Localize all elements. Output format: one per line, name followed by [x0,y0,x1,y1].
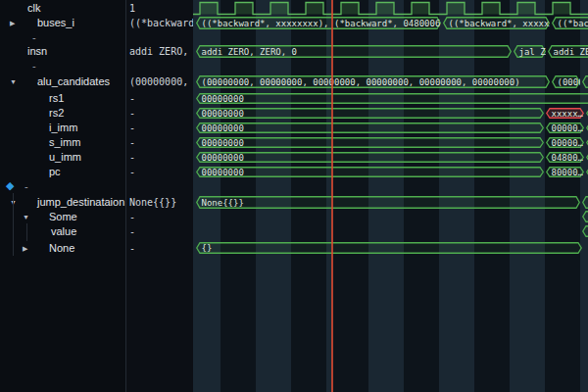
signal-row-spacer-2[interactable]: - [0,59,125,74]
signal-name-label: None [49,241,74,256]
signal-name-label: i_imm [49,121,77,135]
signal-name-label: pc [49,165,61,179]
signal-names-panel: clk▶buses_i-insn-▼alu_candidatesrs1rs2i_… [0,0,126,392]
wave-row-rs1[interactable]: 00000000 [197,94,588,104]
wave-row-insn[interactable]: addi ZERO, ZERO, 0jal Z…addi ZER… [197,46,588,58]
signal-name-label: s_imm [49,135,80,150]
svg-text:((*backw…: ((*backw… [558,19,588,28]
svg-text:((*backward*, xxxxxxxx), (*bac: ((*backward*, xxxxxxxx), (*backward*, 04… [202,19,452,28]
signal-value-s_imm: - [129,135,193,150]
svg-text:00000000: 00000000 [202,138,244,148]
svg-text:{}: {} [202,243,213,253]
signal-name-label: - [24,179,28,194]
expand-arrow-icon[interactable]: ▶ [10,16,15,30]
wave-row-clk[interactable] [193,3,588,15]
signal-name-label: Some [49,210,77,224]
bus-segment: 00000000 [197,109,544,119]
signal-row-Some[interactable]: ▼Some [0,210,125,224]
signal-name-label: alu_candidates [37,74,110,89]
signal-name-label: rs2 [49,106,64,121]
bus-segment: 00000… [547,123,584,133]
bus-segment: 04800… [547,153,584,163]
signal-value-value: - [129,224,193,239]
wave-row-i_imm[interactable]: 0000000000000… [197,123,588,133]
waveform-svg[interactable]: ((*backward*, xxxxxxxx), (*backward*, 04… [193,0,588,392]
wave-row-buses_i[interactable]: ((*backward*, xxxxxxxx), (*backward*, 04… [197,18,588,29]
signal-row-alu_candidates[interactable]: ▼alu_candidates [0,74,125,89]
svg-text:addi ZERO, ZERO, 0: addi ZERO, ZERO, 0 [202,47,298,57]
svg-text:None{{}}: None{{}} [202,198,244,208]
svg-text:04800…: 04800… [552,153,584,163]
svg-text:jal Z…: jal Z… [519,47,552,57]
bus-segment: 00000000 [197,138,544,148]
signal-row-None[interactable]: ▶None [0,241,125,256]
wave-row-Some[interactable] [583,212,588,222]
signal-name-label: clk [27,1,40,16]
bus-segment: None{{}} [197,197,580,209]
signal-value-u_imm: - [129,150,193,165]
bus-segment [583,226,588,237]
signal-row-s_imm[interactable]: s_imm [0,135,125,150]
signal-name-label: jump_destinataion [37,195,124,210]
bus-segment: ((*backward*, xxxxx… [444,18,556,29]
bus-segment: 00000000 [197,123,544,133]
bus-segment [583,212,588,222]
bus-segment: {} [197,243,582,254]
svg-text:00000000: 00000000 [202,153,244,163]
svg-text:(00000000, 00000000, 00000000,: (00000000, 00000000, 00000000, 00000000,… [202,77,520,87]
wave-row-u_imm[interactable]: 0000000004800… [197,153,588,163]
signal-row-value[interactable]: value [0,224,125,239]
bus-segment: 00000000 [197,94,588,104]
wave-row-value[interactable] [583,226,588,237]
wave-row-pc[interactable]: 0000000080000… [197,168,588,177]
svg-text:00000…: 00000… [552,138,584,148]
signal-name-label: value [51,224,76,239]
signal-name-label: rs1 [49,91,64,106]
collapse-arrow-icon[interactable]: ▼ [10,74,17,89]
svg-text:00000000: 00000000 [202,123,244,133]
wave-row-alu_candidates[interactable]: (00000000, 00000000, 00000000, 00000000,… [197,76,588,88]
signal-row-pc[interactable]: pc [0,165,125,179]
bus-segment [583,197,588,209]
signal-value-buses_i: ((*backward*, [129,16,193,30]
bus-segment: xxxxx… [547,109,584,119]
bus-segment: 00000000 [197,153,544,163]
signal-name-label: - [32,30,36,45]
expand-arrow-icon[interactable]: ▶ [23,241,27,256]
signal-value-jump_destinataion: None{{}} [129,195,193,210]
signal-row-u_imm[interactable]: u_imm [0,150,125,165]
signal-values-panel: 1((*backward*, addi ZERO, ZER(00000000, … [126,0,193,392]
wave-row-rs2[interactable]: 00000000xxxxx… [197,109,588,119]
svg-text:((*backward*, xxxxx…: ((*backward*, xxxxx… [449,19,556,28]
tree-guide-line [26,223,27,241]
signal-row-insn[interactable]: insn [0,44,125,59]
bus-segment: 00000… [547,138,584,148]
signal-name-label: buses_i [37,16,74,30]
wave-row-jump_destinataion[interactable]: None{{}} [197,197,588,209]
bus-segment: (00000000, 00000000, 00000000, 00000000,… [197,76,550,88]
wave-row-s_imm[interactable]: 0000000000000… [197,138,588,148]
signal-name-label: - [32,59,36,74]
signal-row-jump_destinataion[interactable]: ▼jump_destinataion [0,195,125,210]
signal-row-rs2[interactable]: rs2 [0,106,125,121]
collapse-arrow-icon[interactable]: ▼ [23,210,29,224]
tree-guide-line [13,193,14,256]
signal-row-spacer-1[interactable]: - [0,30,125,45]
signal-row-rs1[interactable]: rs1 [0,91,125,106]
wave-row-None[interactable]: {} [197,243,582,254]
signal-row-marker[interactable]: ◆- [0,179,125,194]
svg-text:addi ZER…: addi ZER… [554,47,588,57]
signal-value-Some: - [129,210,193,224]
signal-value-rs1: - [129,91,193,106]
signal-value-None: - [129,241,193,256]
svg-text:00000…: 00000… [552,123,584,133]
signal-row-i_imm[interactable]: i_imm [0,121,125,135]
bus-segment: ((*backward*, xxxxxxxx), (*backward*, 04… [197,18,452,29]
svg-text:xxxxx…: xxxxx… [552,109,584,119]
waveform-canvas[interactable]: ((*backward*, xxxxxxxx), (*backward*, 04… [193,0,588,392]
bus-segment: addi ZERO, ZERO, 0 [197,46,512,58]
svg-text:00000000: 00000000 [202,168,244,177]
signal-row-clk[interactable]: clk [0,1,125,16]
marker-diamond-icon[interactable]: ◆ [6,178,14,193]
signal-row-buses_i[interactable]: ▶buses_i [0,16,125,30]
